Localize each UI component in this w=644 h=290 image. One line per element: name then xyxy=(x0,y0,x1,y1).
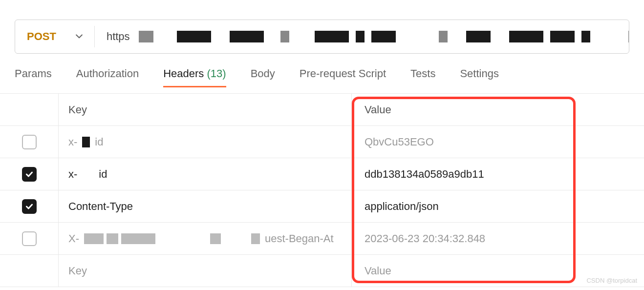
row-checkbox[interactable] xyxy=(22,167,37,182)
header-value-input[interactable]: application/json xyxy=(352,190,644,222)
key-redacted xyxy=(84,233,260,244)
row-checkbox[interactable] xyxy=(22,135,37,149)
table-row: Content-Type application/json xyxy=(0,190,644,223)
watermark: CSDN @torpidcat xyxy=(586,277,637,284)
request-tabs: Params Authorization Headers (13) Body P… xyxy=(0,54,644,87)
url-redacted: 3 xyxy=(139,30,629,43)
table-header-key: Key xyxy=(59,94,352,125)
header-value-input[interactable]: 2023-06-23 20:34:32.848 xyxy=(352,223,644,254)
tab-params[interactable]: Params xyxy=(15,67,52,87)
method-dropdown[interactable]: POST xyxy=(15,20,94,53)
table-row: X- uest-Began-At 2023-06-23 20:34:32.848 xyxy=(0,223,644,255)
tab-headers[interactable]: Headers (13) xyxy=(163,67,226,87)
tab-headers-label: Headers xyxy=(163,67,204,80)
request-bar: POST https xyxy=(15,20,629,54)
header-value-input[interactable]: ddb138134a0589a9db11 xyxy=(352,158,644,190)
row-checkbox[interactable] xyxy=(22,231,37,246)
headers-table: Key Value x- id QbvCu53EGO x- id ddb1381… xyxy=(0,93,644,287)
chevron-down-icon xyxy=(76,33,83,40)
table-header-value: Value xyxy=(352,94,644,125)
tab-tests[interactable]: Tests xyxy=(410,67,435,87)
tab-headers-count: (13) xyxy=(207,67,226,80)
url-text: https xyxy=(107,30,130,43)
url-input[interactable]: https 3 xyxy=(95,30,629,43)
table-row: x- id QbvCu53EGO xyxy=(0,126,644,158)
tab-authorization[interactable]: Authorization xyxy=(76,67,139,87)
header-key-input-new[interactable]: Key xyxy=(59,255,352,287)
tab-settings[interactable]: Settings xyxy=(460,67,499,87)
method-label: POST xyxy=(27,30,56,43)
tab-prerequest[interactable]: Pre-request Script xyxy=(300,67,386,87)
key-redacted xyxy=(82,137,90,147)
header-key-input[interactable]: x- id xyxy=(59,126,352,158)
header-key-input[interactable]: Content-Type xyxy=(59,190,352,222)
header-value-input[interactable]: QbvCu53EGO xyxy=(352,126,644,158)
header-key-input[interactable]: X- uest-Began-At xyxy=(59,223,352,254)
header-key-input[interactable]: x- id xyxy=(59,158,352,190)
tab-body[interactable]: Body xyxy=(251,67,275,87)
row-checkbox[interactable] xyxy=(22,199,37,214)
table-row-new: Key Value xyxy=(0,255,644,287)
table-header-row: Key Value xyxy=(0,94,644,126)
table-row: x- id ddb138134a0589a9db11 xyxy=(0,158,644,190)
table-header-checkbox-cell xyxy=(0,94,59,125)
